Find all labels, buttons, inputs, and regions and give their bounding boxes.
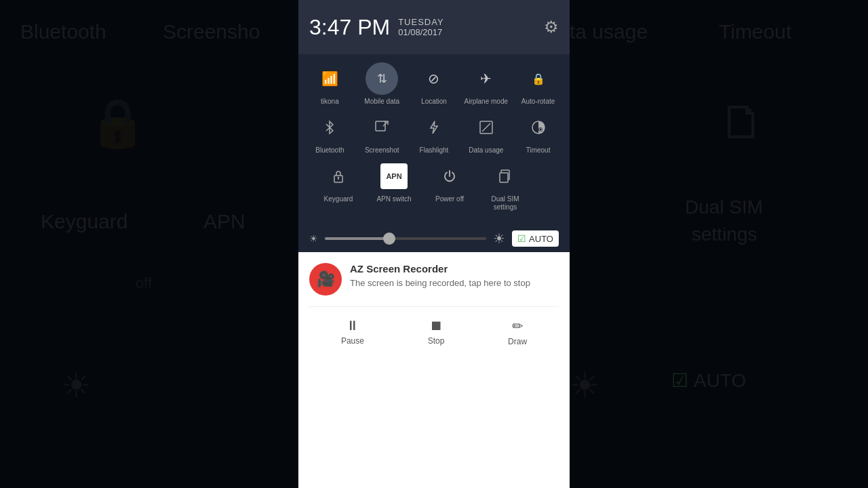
auto-brightness-badge[interactable]: ☑ AUTO [512,230,559,247]
qs-airplane-label: Airplane mode [465,98,508,106]
qs-dual-sim-label: Dual SIM settings [481,195,529,211]
qs-dual-sim[interactable]: Dual SIM settings [481,160,529,211]
mobile-data-icon: ⇅ [377,71,387,86]
pause-action[interactable]: ⏸ Pause [330,315,375,349]
settings-icon[interactable]: ⚙ [544,18,559,37]
timeout-svg-icon [531,120,546,135]
quick-settings-panel: 📶 tikona ⇅ Mobile data ⊘ Location ✈ [298,54,570,225]
qs-row-3: Keyguard APN APN switch Power off [304,160,564,211]
location-icon: ⊘ [428,70,439,87]
qs-power-off-icon-wrap [433,160,466,192]
wifi-icon: 📶 [321,70,338,87]
phone-panel: 3:47 PM TUESDAY 01/08/2017 ⚙ 📶 tikona ⇅ … [298,0,570,488]
qs-data-usage[interactable]: Data usage [462,111,510,155]
power-off-svg-icon [442,169,457,184]
flashlight-svg-icon [427,120,441,135]
stop-label: Stop [428,336,445,346]
brightness-row: ☀ ☀ ☑ AUTO [298,225,570,252]
notification-card[interactable]: 🎥 AZ Screen Recorder The screen is being… [298,252,570,488]
right-overlay [570,0,868,488]
qs-flashlight-icon-wrap [418,111,450,144]
svg-line-4 [482,123,490,131]
brightness-thumb [383,232,395,245]
qs-flashlight[interactable]: Flashlight [410,111,458,155]
qs-autorotate-label: Auto-rotate [521,98,555,106]
qs-apn-switch-icon-wrap: APN [378,160,410,192]
qs-data-usage-label: Data usage [469,146,503,155]
brightness-low-icon: ☀ [309,233,318,244]
qs-timeout-label: Timeout [526,146,551,155]
day-name: TUESDAY [398,17,443,27]
bluetooth-svg-icon [322,120,337,135]
qs-power-off-label: Power off [435,195,464,203]
qs-keyguard-label: Keyguard [324,195,353,203]
qs-wifi-label: tikona [321,98,339,106]
qs-timeout[interactable]: Timeout [515,111,562,155]
autorotate-icon: 🔒 [532,73,545,85]
auto-text: AUTO [529,234,553,244]
qs-wifi[interactable]: 📶 tikona [306,62,353,106]
qs-data-usage-icon-wrap [470,111,502,144]
svg-rect-12 [500,173,508,182]
qs-apn-label: APN switch [376,195,411,203]
camera-icon: 🎥 [317,270,335,288]
brightness-fill [325,237,389,240]
status-bar: 3:47 PM TUESDAY 01/08/2017 ⚙ [298,0,570,54]
qs-bluetooth-label: Bluetooth [315,146,344,155]
screenshot-svg-icon [374,120,389,135]
left-overlay [0,0,298,488]
auto-check-icon: ☑ [517,233,526,244]
time-display: 3:47 PM [309,15,390,40]
brightness-slider[interactable] [325,237,486,240]
qs-keyguard-icon-wrap [322,160,355,192]
qs-mobile-data-icon-wrap: ⇅ [366,62,398,95]
pause-label: Pause [341,336,364,346]
qs-screenshot[interactable]: Screenshot [358,111,406,155]
qs-airplane[interactable]: ✈ Airplane mode [462,62,510,106]
keyguard-svg-icon [331,169,346,184]
qs-location-label: Location [421,98,447,106]
qs-screenshot-icon-wrap [366,111,398,144]
notif-header: 🎥 AZ Screen Recorder The screen is being… [309,263,559,296]
notif-content: AZ Screen Recorder The screen is being r… [350,263,559,289]
data-usage-svg-icon [479,120,494,135]
qs-location[interactable]: ⊘ Location [410,62,458,106]
dual-sim-svg-icon [498,169,513,184]
svg-point-10 [338,177,339,178]
draw-label: Draw [508,337,527,346]
svg-marker-2 [431,121,437,134]
apn-label-box: APN [380,163,408,189]
qs-keyguard[interactable]: Keyguard [315,160,362,211]
time-block: 3:47 PM TUESDAY 01/08/2017 [309,15,444,40]
qs-flashlight-label: Flashlight [420,146,449,155]
qs-autorotate-icon-wrap: 🔒 [522,62,555,95]
qs-screenshot-label: Screenshot [365,146,399,155]
qs-location-icon-wrap: ⊘ [418,62,450,95]
draw-action[interactable]: ✏ Draw [497,315,538,349]
notif-message: The screen is being recorded, tap here t… [350,277,559,289]
qs-timeout-icon-wrap [522,111,555,144]
az-recorder-app-icon: 🎥 [309,263,342,296]
notif-actions: ⏸ Pause ⏹ Stop ✏ Draw [309,306,559,349]
qs-mobile-data-label: Mobile data [364,98,399,106]
notif-app-name: AZ Screen Recorder [350,263,559,274]
qs-bluetooth[interactable]: Bluetooth [306,111,353,155]
brightness-high-icon: ☀ [493,230,505,247]
date-block: TUESDAY 01/08/2017 [398,17,443,37]
qs-row-2: Bluetooth Screenshot [304,111,564,155]
pause-icon: ⏸ [346,318,359,333]
draw-icon: ✏ [512,318,524,334]
qs-airplane-icon-wrap: ✈ [470,62,502,95]
date-str: 01/08/2017 [398,27,443,37]
qs-bluetooth-icon-wrap [313,111,346,144]
qs-apn-switch[interactable]: APN APN switch [370,160,418,211]
stop-action[interactable]: ⏹ Stop [417,315,456,349]
stop-icon: ⏹ [429,318,443,333]
qs-autorotate[interactable]: 🔒 Auto-rotate [515,62,562,106]
qs-row-1: 📶 tikona ⇅ Mobile data ⊘ Location ✈ [304,62,564,106]
qs-mobile-data[interactable]: ⇅ Mobile data [358,62,406,106]
airplane-icon: ✈ [480,70,492,87]
qs-wifi-icon-wrap: 📶 [313,62,346,95]
qs-power-off[interactable]: Power off [426,160,473,211]
qs-dual-sim-icon-wrap [489,160,521,192]
